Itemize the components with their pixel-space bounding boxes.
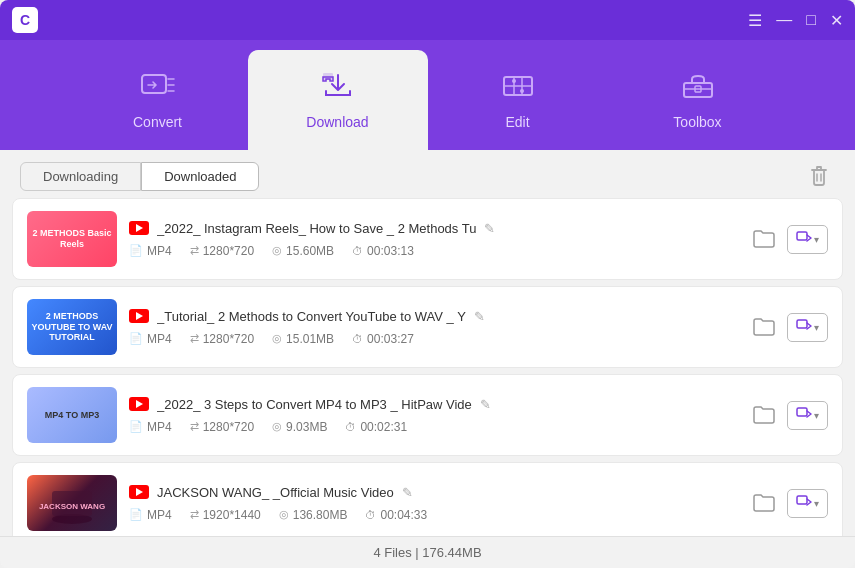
minimize-icon[interactable]: — — [776, 11, 792, 29]
table-row: 2 METHODS Basic Reels _2022_ Instagram R… — [12, 198, 843, 280]
close-icon[interactable]: ✕ — [830, 11, 843, 30]
duration-icon: ⏱ — [352, 333, 363, 345]
convert-to-button[interactable]: ▾ — [787, 225, 828, 254]
file-format: MP4 — [147, 420, 172, 434]
size-icon: ◎ — [272, 244, 282, 257]
file-actions: ▾ — [749, 400, 828, 430]
convert-to-button[interactable]: ▾ — [787, 313, 828, 342]
file-icon: 📄 — [129, 420, 143, 433]
edit-title-icon[interactable]: ✎ — [480, 397, 491, 412]
resolution-icon: ⇄ — [190, 244, 199, 257]
duration-icon: ⏱ — [352, 245, 363, 257]
nav-tabs: Convert Download Edit — [0, 40, 855, 150]
file-thumbnail: 2 METHODS Basic Reels — [27, 211, 117, 267]
duration-icon: ⏱ — [365, 509, 376, 521]
file-duration: 00:03:13 — [367, 244, 414, 258]
table-row: 2 METHODS YOUTUBE TO WAV TUTORIAL _Tutor… — [12, 286, 843, 368]
resolution-icon: ⇄ — [190, 508, 199, 521]
file-title-row: _2022_ Instagram Reels_ How to Save _ 2 … — [129, 221, 737, 236]
edit-tab-icon — [500, 71, 536, 108]
file-resolution: 1280*720 — [203, 244, 254, 258]
convert-tab-icon — [140, 71, 176, 108]
subtab-downloading[interactable]: Downloading — [20, 162, 141, 191]
convert-btn-icon — [796, 406, 812, 425]
format-meta: 📄 MP4 — [129, 420, 172, 434]
resolution-meta: ⇄ 1920*1440 — [190, 508, 261, 522]
file-list: 2 METHODS Basic Reels _2022_ Instagram R… — [0, 192, 855, 536]
convert-to-button[interactable]: ▾ — [787, 489, 828, 518]
table-row: MP4 TO MP3 _2022_ 3 Steps to Convert MP4… — [12, 374, 843, 456]
tab-convert[interactable]: Convert — [68, 50, 248, 150]
open-folder-button[interactable] — [749, 400, 779, 430]
file-info: _2022_ Instagram Reels_ How to Save _ 2 … — [129, 221, 737, 258]
file-meta: 📄 MP4 ⇄ 1280*720 ◎ 15.01MB ⏱ 00:03:27 — [129, 332, 737, 346]
subtab-downloaded[interactable]: Downloaded — [141, 162, 259, 191]
download-tab-label: Download — [306, 114, 368, 130]
file-format: MP4 — [147, 332, 172, 346]
duration-meta: ⏱ 00:03:27 — [352, 332, 414, 346]
duration-meta: ⏱ 00:04:33 — [365, 508, 427, 522]
convert-tab-label: Convert — [133, 114, 182, 130]
edit-tab-label: Edit — [505, 114, 529, 130]
size-meta: ◎ 15.60MB — [272, 244, 334, 258]
file-size: 9.03MB — [286, 420, 327, 434]
tab-edit[interactable]: Edit — [428, 50, 608, 150]
convert-btn-icon — [796, 494, 812, 513]
tab-toolbox[interactable]: Toolbox — [608, 50, 788, 150]
open-folder-button[interactable] — [749, 312, 779, 342]
open-folder-button[interactable] — [749, 224, 779, 254]
sub-tabs: Downloading Downloaded — [20, 162, 259, 191]
file-meta: 📄 MP4 ⇄ 1280*720 ◎ 15.60MB ⏱ 00:03:13 — [129, 244, 737, 258]
sub-tabs-bar: Downloading Downloaded — [0, 150, 855, 192]
file-title: _Tutorial_ 2 Methods to Convert YouTube … — [157, 309, 466, 324]
footer-summary: 4 Files | 176.44MB — [0, 536, 855, 568]
edit-title-icon[interactable]: ✎ — [474, 309, 485, 324]
file-meta: 📄 MP4 ⇄ 1280*720 ◎ 9.03MB ⏱ 00:02:31 — [129, 420, 737, 434]
duration-meta: ⏱ 00:03:13 — [352, 244, 414, 258]
trash-button[interactable] — [803, 160, 835, 192]
menu-icon[interactable]: ☰ — [748, 11, 762, 30]
svg-rect-8 — [684, 83, 712, 97]
youtube-icon — [129, 485, 149, 499]
file-duration: 00:04:33 — [380, 508, 427, 522]
size-icon: ◎ — [272, 420, 282, 433]
download-tab-icon — [320, 71, 356, 108]
svg-rect-15 — [797, 408, 807, 416]
resolution-meta: ⇄ 1280*720 — [190, 244, 254, 258]
file-actions: ▾ — [749, 312, 828, 342]
resolution-meta: ⇄ 1280*720 — [190, 420, 254, 434]
convert-dropdown-arrow: ▾ — [814, 498, 819, 509]
title-bar: C ☰ — □ ✕ — [0, 0, 855, 40]
format-meta: 📄 MP4 — [129, 508, 172, 522]
maximize-icon[interactable]: □ — [806, 11, 816, 29]
table-row: JACKSON WANG JACKSON WANG_ _Official Mus… — [12, 462, 843, 536]
svg-point-6 — [512, 79, 516, 83]
tab-download[interactable]: Download — [248, 50, 428, 150]
toolbox-tab-icon — [680, 71, 716, 108]
app-logo: C — [12, 7, 38, 33]
size-meta: ◎ 136.80MB — [279, 508, 348, 522]
convert-to-button[interactable]: ▾ — [787, 401, 828, 430]
file-info: JACKSON WANG_ _Official Music Video ✎ 📄 … — [129, 485, 737, 522]
svg-rect-14 — [797, 320, 807, 328]
edit-title-icon[interactable]: ✎ — [402, 485, 413, 500]
convert-dropdown-arrow: ▾ — [814, 322, 819, 333]
file-thumbnail: 2 METHODS YOUTUBE TO WAV TUTORIAL — [27, 299, 117, 355]
size-icon: ◎ — [272, 332, 282, 345]
file-title-row: JACKSON WANG_ _Official Music Video ✎ — [129, 485, 737, 500]
svg-point-7 — [520, 89, 524, 93]
open-folder-button[interactable] — [749, 488, 779, 518]
thumb-label: 2 METHODS Basic Reels — [27, 211, 117, 267]
resolution-meta: ⇄ 1280*720 — [190, 332, 254, 346]
file-size: 136.80MB — [293, 508, 348, 522]
svg-rect-13 — [797, 232, 807, 240]
convert-btn-icon — [796, 318, 812, 337]
window-controls: ☰ — □ ✕ — [748, 11, 843, 30]
convert-dropdown-arrow: ▾ — [814, 410, 819, 421]
file-duration: 00:03:27 — [367, 332, 414, 346]
file-format: MP4 — [147, 244, 172, 258]
edit-title-icon[interactable]: ✎ — [484, 221, 495, 236]
file-title: _2022_ Instagram Reels_ How to Save _ 2 … — [157, 221, 476, 236]
file-resolution: 1920*1440 — [203, 508, 261, 522]
size-icon: ◎ — [279, 508, 289, 521]
